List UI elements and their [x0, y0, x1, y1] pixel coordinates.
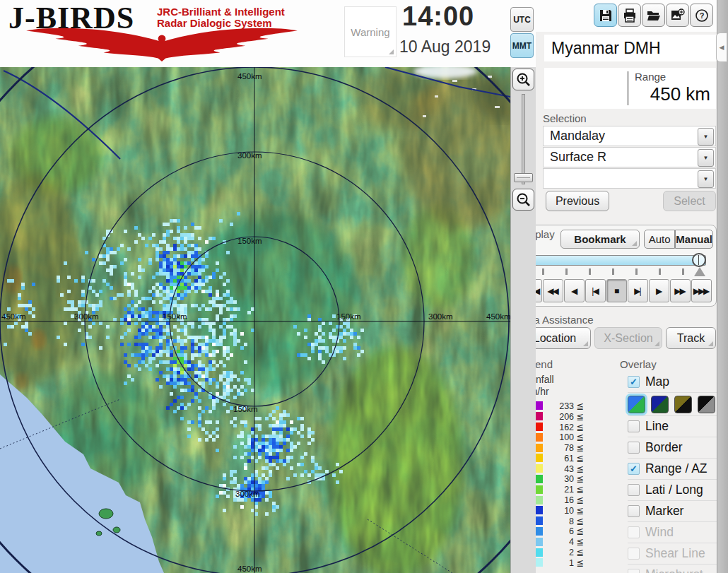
overlay-item-border[interactable]: Border — [628, 437, 717, 459]
panel-edge-strip — [717, 0, 728, 573]
map-style-row — [628, 393, 717, 416]
add-image-icon — [671, 8, 685, 23]
timezone-utc-button[interactable]: UTC — [510, 7, 534, 32]
select-button[interactable]: Select — [663, 191, 716, 211]
manual-mode-button[interactable]: Manual — [675, 230, 713, 249]
radar-map-canvas: 450km300km150km150km300km450km450km300km… — [0, 67, 510, 573]
replay-section: Replay Bookmark Auto Manual ◀◀◀◀◀◀|◀■▶|▶… — [517, 225, 717, 307]
option-dropdown[interactable]: ▼ — [543, 168, 716, 189]
legend-threshold: 43 ≦ — [543, 463, 584, 474]
timeline-tick — [635, 268, 638, 275]
track-button[interactable]: Track — [666, 327, 716, 349]
legend-threshold: 6 ≦ — [543, 526, 584, 536]
map-zoom-slider-thumb[interactable] — [514, 173, 533, 182]
overlay-item-label: Border — [645, 440, 683, 455]
map-style-navy-darkgreen[interactable] — [651, 396, 669, 413]
range-ring-label: 450km — [237, 565, 262, 573]
range-ring-label: 150km — [163, 312, 187, 321]
previous-button[interactable]: Previous — [546, 191, 609, 211]
fast-forward-button[interactable]: ▶▶ — [670, 279, 691, 302]
help-button[interactable]: ? — [690, 4, 713, 27]
play-reverse-button[interactable]: ◀ — [564, 279, 585, 302]
bookmark-button[interactable]: Bookmark — [560, 230, 640, 249]
overlay-item-label: Shear Line — [645, 546, 705, 561]
open-folder-button[interactable] — [642, 4, 665, 27]
legend-threshold: 206 ≦ — [543, 411, 584, 422]
range-ring-label: 450km — [1, 312, 26, 321]
range-label: Range — [635, 71, 666, 83]
location-label: Location — [534, 332, 577, 345]
x-section-label: X-Section — [604, 332, 652, 345]
map-zoom-slider[interactable] — [522, 94, 525, 184]
play-button[interactable]: ▶ — [649, 279, 669, 302]
bookmark-menu-grip — [632, 241, 637, 246]
x-section-menu-grip — [654, 341, 659, 346]
zoom-in-button[interactable] — [512, 69, 534, 90]
fast-rewind-button[interactable]: ◀◀ — [543, 279, 563, 302]
zoom-out-icon — [516, 192, 532, 208]
stop-button[interactable]: ■ — [606, 279, 627, 302]
overlay-item-marker[interactable]: Marker — [628, 501, 717, 522]
timeline-tick — [612, 268, 614, 275]
map-zoom-strip — [510, 67, 536, 573]
chevron-down-icon[interactable]: ▼ — [698, 170, 714, 188]
clock-time: 14:00 — [402, 1, 474, 32]
print-button[interactable] — [618, 4, 641, 27]
chevron-down-icon[interactable]: ▼ — [698, 149, 714, 167]
timeline-tick — [542, 268, 544, 275]
overlay-item-label: Lati / Long — [645, 483, 703, 497]
map-style-olive-black[interactable] — [674, 396, 692, 413]
overlay-item-wind: Wind — [628, 522, 717, 543]
overlay-item-map[interactable]: ✓Map — [628, 372, 717, 393]
map-style-black-gray[interactable] — [698, 396, 715, 413]
warning-label: Warning — [351, 26, 389, 38]
checkbox[interactable] — [628, 442, 640, 454]
selection-label: Selection — [543, 112, 587, 124]
map-style-blue-green[interactable] — [628, 396, 645, 413]
range-ring-label: 150km — [233, 405, 258, 413]
radar-map[interactable]: 450km300km150km150km300km450km450km300km… — [0, 67, 510, 573]
overlay-item-range-az[interactable]: ✓Range / AZ — [628, 459, 717, 480]
chevron-left-icon: ◀ — [720, 44, 724, 51]
legend-threshold: 2 ≦ — [543, 547, 584, 557]
product-dropdown[interactable]: Surface R ▼ — [543, 147, 716, 167]
legend-threshold: 233 ≦ — [543, 401, 584, 411]
legend-threshold: 30 ≦ — [543, 473, 584, 484]
timeline-end-marker[interactable] — [694, 267, 705, 276]
warning-button[interactable]: Warning — [344, 6, 397, 57]
legend-threshold: 100 ≦ — [543, 432, 584, 442]
overlay-item-lati-long[interactable]: Lati / Long — [628, 480, 717, 501]
overlay-item-line[interactable]: Line — [628, 416, 717, 437]
checkbox[interactable]: ✓ — [628, 463, 640, 475]
checkbox[interactable] — [628, 420, 640, 432]
chevron-down-icon[interactable]: ▼ — [698, 128, 714, 146]
overlay-item-shear-line: Shear Line — [628, 543, 717, 565]
site-name: Myanmar DMH — [544, 35, 716, 61]
replay-slider-handle[interactable] — [692, 253, 706, 267]
save-icon — [599, 8, 613, 23]
timezone-mmt-button[interactable]: MMT — [510, 33, 534, 58]
open-folder-icon — [647, 8, 661, 23]
logo-subtitle-line1: JRC-Brilliant & Intelligent — [157, 6, 285, 18]
checkbox[interactable] — [628, 505, 640, 517]
zoom-out-button[interactable] — [512, 189, 534, 211]
checkbox[interactable]: ✓ — [628, 376, 640, 388]
add-image-button[interactable] — [666, 4, 689, 27]
warning-resize-grip[interactable] — [389, 49, 394, 54]
station-dropdown[interactable]: Mandalay ▼ — [543, 126, 716, 146]
step-forward-button[interactable]: ▶| — [628, 279, 648, 302]
step-back-button[interactable]: |◀ — [585, 279, 606, 302]
auto-mode-button[interactable]: Auto — [644, 230, 675, 249]
replay-timeline-slider[interactable] — [524, 255, 706, 266]
jbirds-app: J-BIRDS JRC-Brilliant & Intelligent Rada… — [0, 0, 728, 573]
save-button[interactable] — [594, 4, 617, 27]
panel-collapse-tab[interactable]: ◀ — [716, 33, 727, 62]
clock-date: 10 Aug 2019 — [399, 37, 491, 57]
x-section-button[interactable]: X-Section — [594, 327, 662, 349]
overlay-title: Overlay — [620, 358, 657, 370]
timeline-tick — [565, 268, 568, 275]
range-value: 450 km — [650, 83, 710, 105]
checkbox[interactable] — [628, 484, 640, 496]
skip-to-end-button[interactable]: ▶▶▶ — [691, 279, 712, 302]
overlay-item-label: Wind — [645, 525, 674, 540]
